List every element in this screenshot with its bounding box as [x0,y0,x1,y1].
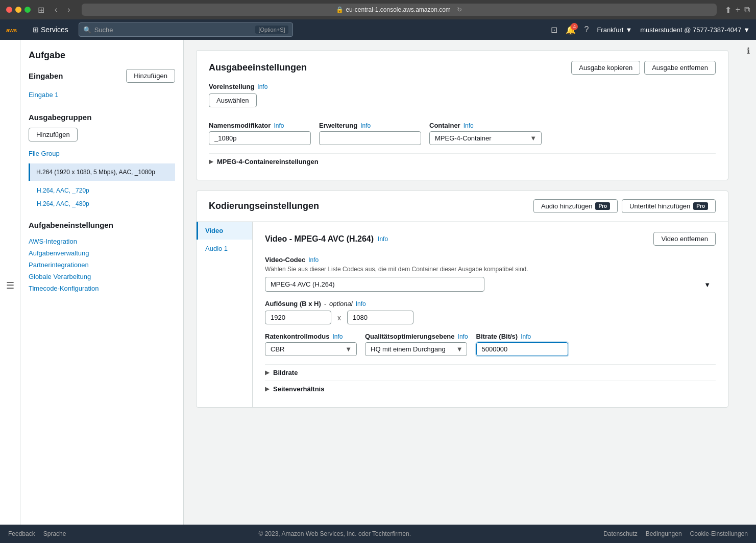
region-selector[interactable]: Frankfurt ▼ [597,26,632,34]
resolution-optional: optional [329,300,353,308]
bitrate-group: Bitrate (Bit/s) Info [476,333,568,356]
forward-btn[interactable]: › [64,4,73,15]
aspect-ratio-header[interactable]: ▶ Seitenverhältnis [265,381,716,397]
codec-description: Wählen Sie aus dieser Liste Codecs aus, … [265,266,716,273]
extension-info[interactable]: Info [360,122,371,129]
aws-integration-link[interactable]: AWS-Integration [29,235,175,247]
inputs-add-btn[interactable]: Hinzufügen [126,69,175,83]
info-icon-btn[interactable]: ℹ [741,40,756,62]
rate-control-select[interactable]: CBR [265,342,357,356]
output-group-item-480p[interactable]: H.264, AAC, _480p [29,197,175,210]
quality-info[interactable]: Info [458,333,468,340]
input1-link[interactable]: Eingabe 1 [29,89,175,101]
user-menu-btn[interactable]: musterstudent @ 7577-7387-4047 ▼ [640,26,750,34]
address-bar[interactable]: 🔒 eu-central-1.console.aws.amazon.com ↻ [82,4,717,16]
hamburger-btn[interactable]: ☰ [6,46,14,525]
tab-audio1[interactable]: Audio 1 [197,240,252,257]
partner-integrations-link[interactable]: Partnerintegrationen [29,259,175,271]
preset-info-link[interactable]: Info [257,83,267,90]
timecode-config-link[interactable]: Timecode-Konfiguration [29,282,175,294]
aws-logo[interactable]: aws [6,25,22,35]
aws-top-nav: aws ⊞ Services 🔍 Suche [Option+S] ⊡ 🔔 4 … [0,19,756,40]
collapse-arrow-icon: ▶ [209,158,213,165]
quality-select[interactable]: HQ mit einem Durchgang [365,342,467,356]
privacy-link[interactable]: Datenschutz [603,530,638,537]
user-label: musterstudent @ 7577-7387-4047 [640,26,741,34]
terms-link[interactable]: Bedingungen [646,530,682,537]
tabs-icon[interactable]: ⧉ [744,5,750,15]
encoding-settings-header: Kodierungseinstellungen Audio hinzufügen… [197,191,728,222]
services-menu-btn[interactable]: ⊞ Services [29,23,72,36]
bitrate-label: Bitrate (Bit/s) [476,333,518,340]
framerate-arrow-icon: ▶ [265,369,269,376]
add-audio-btn[interactable]: Audio hinzufügen Pro [533,199,618,213]
bitrate-input[interactable] [476,342,568,356]
video-info-link[interactable]: Info [378,235,388,243]
name-modifier-input[interactable] [209,131,311,145]
output-group-item-active[interactable]: H.264 (1920 x 1080, 5 Mbps), AAC, _1080p [29,163,175,181]
x-separator: x [337,314,341,322]
rate-control-select-wrapper: CBR ▼ [265,342,357,356]
reload-icon[interactable]: ↻ [457,6,462,13]
codec-select[interactable]: MPEG-4 AVC (H.264) [265,277,484,292]
codec-select-arrow: ▼ [704,280,711,288]
cloudshell-icon[interactable]: ⊡ [551,25,557,35]
file-group-link[interactable]: File Group [29,148,175,159]
sidebar-toggle-btn[interactable]: ⊞ [35,4,47,16]
cookies-link[interactable]: Cookie-Einstellungen [690,530,748,537]
search-bar[interactable]: 🔍 Suche [Option+S] [79,22,293,37]
feedback-link[interactable]: Feedback [8,530,35,537]
copy-output-btn[interactable]: Ausgabe kopieren [571,61,640,75]
preset-select-btn[interactable]: Auswählen [209,93,257,107]
remove-output-btn[interactable]: Ausgabe entfernen [644,61,716,75]
output-settings-actions: Ausgabe kopieren Ausgabe entfernen [571,61,716,75]
output-group-item-720p[interactable]: H.264, AAC, _720p [29,184,175,197]
region-label: Frankfurt [597,26,623,34]
minimize-window-btn[interactable] [15,7,21,13]
codec-select-wrapper: MPEG-4 AVC (H.264) ▼ [265,277,716,292]
notifications-icon[interactable]: 🔔 4 [566,25,576,35]
resolution-width-input[interactable] [265,311,331,324]
maximize-window-btn[interactable] [25,7,31,13]
codec-info-link[interactable]: Info [308,256,319,264]
container-select-wrapper: MPEG-4-Container ▼ [429,131,542,145]
bitrate-info[interactable]: Info [521,333,531,340]
output-settings-title: Ausgabeeinstellungen [209,62,307,73]
aspect-ratio-label: Seitenverhältnis [273,385,324,393]
grid-icon: ⊞ [33,26,39,34]
output-groups-title: Ausgabegruppen [29,113,91,122]
tab-video[interactable]: Video [197,222,252,240]
subtitle-pro-badge: Pro [693,202,708,210]
task-management-link[interactable]: Aufgabenverwaltung [29,247,175,259]
encoding-settings-title: Kodierungseinstellungen [209,201,319,211]
footer-center: © 2023, Amazon Web Services, Inc. oder T… [66,530,603,537]
share-icon[interactable]: ⬆ [725,5,731,15]
new-tab-icon[interactable]: + [736,5,740,15]
name-modifier-info[interactable]: Info [274,122,284,129]
footer: Feedback Sprache © 2023, Amazon Web Serv… [0,525,756,543]
output-form-row: Namensmodifikator Info Erweiterung Info … [209,122,716,145]
remove-video-btn[interactable]: Video entfernen [653,232,716,246]
add-subtitle-btn[interactable]: Untertitel hinzufügen Pro [622,199,716,213]
output-groups-add-btn[interactable]: Hinzufügen [29,128,78,141]
framerate-header[interactable]: ▶ Bildrate [265,364,716,381]
container-info[interactable]: Info [464,122,474,129]
encoding-body: Video Audio 1 Video - MPEG-4 AVC (H.264)… [197,222,728,407]
language-link[interactable]: Sprache [43,530,66,537]
search-shortcut: [Option+S] [255,26,288,34]
chevron-down-icon-user: ▼ [743,26,750,34]
help-icon[interactable]: ? [584,25,589,34]
back-btn[interactable]: ‹ [52,4,60,15]
mpeg4-settings-header[interactable]: ▶ MPEG-4-Containereinstellungen [209,153,716,170]
info-panel: ℹ [741,40,756,525]
global-processing-link[interactable]: Globale Verarbeitung [29,271,175,282]
mpeg4-settings-label: MPEG-4-Containereinstellungen [217,158,319,166]
rate-control-info[interactable]: Info [332,333,343,340]
resolution-height-input[interactable] [347,311,413,324]
extension-input[interactable] [319,131,421,145]
output-settings-header: Ausgabeeinstellungen Ausgabe kopieren Au… [209,61,716,75]
name-modifier-label: Namensmodifikator [209,122,271,129]
close-window-btn[interactable] [6,7,12,13]
container-select[interactable]: MPEG-4-Container [429,131,542,145]
resolution-info-link[interactable]: Info [356,300,366,308]
